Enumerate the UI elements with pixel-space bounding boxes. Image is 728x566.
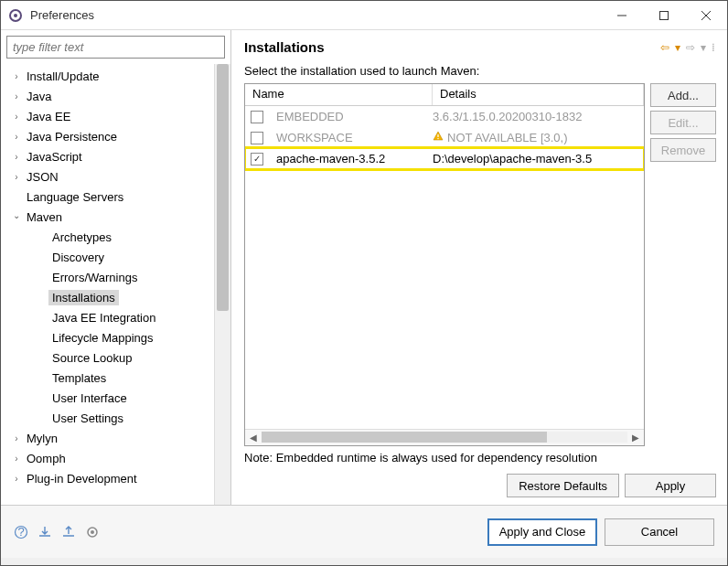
row-details: NOT AVAILABLE [3.0,) — [433, 131, 644, 144]
tree-item-language-servers[interactable]: Language Servers — [1, 187, 214, 207]
warning-icon — [433, 131, 444, 144]
help-icon[interactable]: ? — [14, 525, 28, 539]
forward-menu-icon: ▾ — [701, 41, 706, 54]
tree-item-mylyn[interactable]: ›Mylyn — [1, 428, 214, 448]
svg-rect-6 — [437, 134, 438, 137]
column-details[interactable]: Details — [433, 84, 644, 105]
tree-item-label: Discovery — [48, 250, 108, 265]
tree-item-user-settings[interactable]: User Settings — [1, 408, 214, 428]
apply-and-close-button[interactable]: Apply and Close — [487, 518, 597, 546]
sidebar: ›Install/Update›Java›Java EE›Java Persis… — [1, 30, 231, 505]
tree-item-discovery[interactable]: Discovery — [1, 247, 214, 267]
installations-table: Name Details EMBEDDED3.6.3/1.15.0.202003… — [244, 83, 645, 446]
tree-item-templates[interactable]: Templates — [1, 368, 214, 388]
tree-item-source-lookup[interactable]: Source Lookup — [1, 347, 214, 368]
tree-item-label: Java — [23, 89, 55, 104]
instruction-text: Select the installation used to launch M… — [244, 64, 716, 78]
tree-item-user-interface[interactable]: User Interface — [1, 388, 214, 408]
tree-item-label: JavaScript — [23, 149, 86, 165]
tree-item-lifecycle-mappings[interactable]: Lifecycle Mappings — [1, 327, 214, 347]
row-name: WORKSPACE — [273, 131, 433, 144]
tree-item-label: Source Lookup — [48, 350, 135, 366]
tree-arrow-icon[interactable]: › — [10, 152, 23, 162]
tree-scrollbar[interactable] — [214, 64, 230, 505]
import-icon[interactable] — [37, 525, 52, 539]
tree-item-label: Java Persistence — [23, 129, 121, 144]
tree-item-errors-warnings[interactable]: Errors/Warnings — [1, 267, 214, 287]
table-hscroll[interactable]: ◀▶ — [245, 429, 644, 445]
tree-arrow-icon[interactable]: › — [10, 71, 23, 81]
table-row[interactable]: apache-maven-3.5.2D:\develop\apache-mave… — [245, 148, 644, 169]
tree-item-java-persistence[interactable]: ›Java Persistence — [1, 126, 214, 146]
tree-item-install-update[interactable]: ›Install/Update — [1, 66, 214, 86]
tree-item-maven[interactable]: ⌄Maven — [1, 207, 214, 227]
tree-arrow-icon[interactable]: › — [10, 474, 23, 484]
oomph-icon[interactable] — [85, 525, 100, 539]
tree-item-label: Java EE — [23, 109, 74, 124]
svg-rect-7 — [437, 138, 438, 139]
edit-button: Edit... — [650, 111, 716, 134]
tree-item-archetypes[interactable]: Archetypes — [1, 227, 214, 247]
filter-input[interactable] — [6, 36, 225, 59]
tree-item-label: Install/Update — [23, 69, 103, 84]
minimize-button[interactable] — [601, 1, 643, 30]
maximize-button[interactable] — [643, 1, 685, 30]
tree-item-label: Maven — [23, 209, 66, 225]
svg-rect-3 — [660, 11, 669, 19]
forward-icon: ⇨ — [686, 41, 695, 54]
tree-item-oomph[interactable]: ›Oomph — [1, 448, 214, 468]
row-details: D:\develop\apache-maven-3.5 — [433, 152, 644, 166]
tree-arrow-icon[interactable]: › — [10, 132, 23, 142]
tree-arrow-icon[interactable]: › — [10, 454, 23, 464]
tree-item-label: Mylyn — [23, 431, 61, 446]
tree-item-java[interactable]: ›Java — [1, 86, 214, 106]
tree-item-json[interactable]: ›JSON — [1, 166, 214, 187]
apply-button[interactable]: Apply — [625, 474, 716, 497]
add-button[interactable]: Add... — [650, 83, 716, 107]
page-title: Installations — [244, 39, 660, 55]
remove-button: Remove — [650, 138, 716, 162]
menu-icon[interactable]: ⁞ — [712, 41, 716, 54]
row-checkbox[interactable] — [251, 132, 263, 144]
preferences-tree[interactable]: ›Install/Update›Java›Java EE›Java Persis… — [1, 64, 214, 505]
table-row[interactable]: EMBEDDED3.6.3/1.15.0.20200310-1832 — [245, 106, 644, 127]
tree-item-label: Templates — [48, 370, 110, 386]
tree-item-label: User Interface — [48, 390, 131, 406]
row-checkbox[interactable] — [251, 111, 263, 123]
tree-item-javascript[interactable]: ›JavaScript — [1, 146, 214, 166]
column-name[interactable]: Name — [245, 84, 433, 105]
svg-text:?: ? — [17, 525, 24, 539]
tree-item-label: Errors/Warnings — [48, 270, 141, 285]
tree-arrow-icon[interactable]: › — [10, 172, 23, 182]
note-text: Note: Embedded runtime is always used fo… — [244, 450, 716, 466]
tree-item-java-ee-integration[interactable]: Java EE Integration — [1, 307, 214, 327]
cancel-button[interactable]: Cancel — [605, 518, 714, 546]
tree-item-label: User Settings — [48, 411, 127, 426]
tree-arrow-icon[interactable]: ⌄ — [10, 210, 23, 220]
tree-item-label: JSON — [23, 169, 62, 185]
row-details: 3.6.3/1.15.0.20200310-1832 — [433, 110, 644, 123]
tree-arrow-icon[interactable]: › — [10, 91, 23, 101]
tree-arrow-icon[interactable]: › — [10, 433, 23, 443]
tree-item-installations[interactable]: Installations — [1, 287, 214, 307]
main-panel: Installations ⇦ ▾ ⇨ ▾ ⁞ Select the insta… — [231, 30, 727, 505]
tree-item-plug-in-development[interactable]: ›Plug-in Development — [1, 468, 214, 488]
export-icon[interactable] — [61, 525, 76, 539]
back-icon[interactable]: ⇦ — [660, 41, 669, 54]
row-name: EMBEDDED — [273, 110, 433, 123]
tree-item-label: Java EE Integration — [48, 310, 159, 326]
tree-arrow-icon[interactable]: › — [10, 112, 23, 122]
tree-item-label: Installations — [48, 290, 119, 305]
row-name: apache-maven-3.5.2 — [273, 152, 433, 166]
tree-item-label: Lifecycle Mappings — [48, 330, 157, 346]
restore-defaults-button[interactable]: Restore Defaults — [507, 474, 619, 497]
table-row[interactable]: WORKSPACENOT AVAILABLE [3.0,) — [245, 127, 644, 148]
close-button[interactable] — [685, 1, 727, 30]
back-menu-icon[interactable]: ▾ — [675, 41, 680, 54]
tree-item-label: Oomph — [23, 451, 70, 466]
svg-point-1 — [14, 14, 17, 17]
tree-item-label: Archetypes — [48, 230, 115, 245]
tree-item-java-ee[interactable]: ›Java EE — [1, 106, 214, 126]
row-checkbox[interactable] — [251, 153, 263, 166]
tree-item-label: Language Servers — [23, 189, 127, 205]
